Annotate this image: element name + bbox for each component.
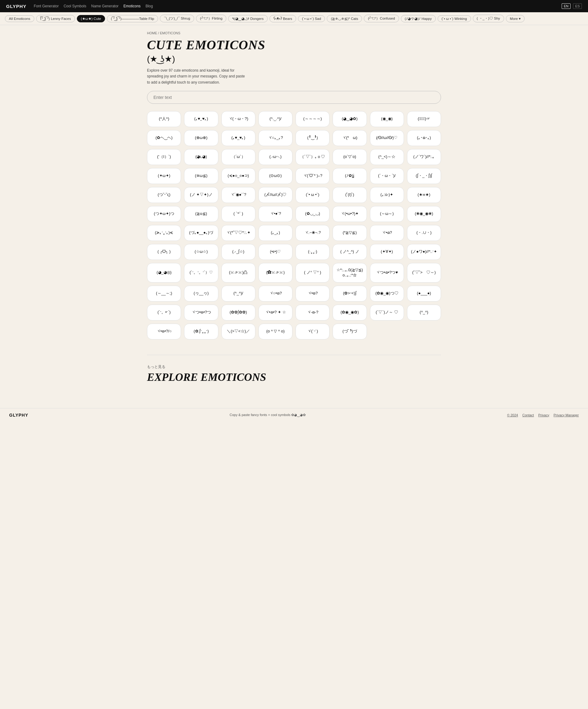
emoticon-card[interactable]: (つ✦ω✦)つ bbox=[147, 206, 181, 222]
emoticon-card[interactable]: ( ╭ᗜ╮ ) bbox=[147, 244, 181, 260]
emoticon-card[interactable]: (≽｡ˑ˳ˑ｡)≼ bbox=[147, 225, 181, 241]
emoticon-card[interactable]: (⊕ω⊕) bbox=[184, 130, 218, 146]
emoticon-card[interactable]: (^_<)～☆ bbox=[370, 149, 404, 165]
search-input[interactable] bbox=[147, 91, 441, 104]
cat-flirting[interactable]: (╯°□°）Flirting bbox=[196, 15, 226, 22]
emoticon-card[interactable]: (❀◉_◉❀) bbox=[407, 206, 441, 222]
emoticon-card[interactable]: (✿✿ʃ✿✿) bbox=[222, 305, 255, 320]
emoticon-card[interactable]: ヾ•●ˋ? bbox=[258, 206, 292, 222]
emoticon-card[interactable]: (✿◉_◉)つ♡ bbox=[370, 286, 404, 301]
emoticon-card[interactable]: ( ̄(I) ̄) bbox=[333, 187, 366, 203]
emoticon-card[interactable]: (ノ ✦▽✦)ノ bbox=[184, 187, 218, 203]
emoticon-card[interactable]: (*≧▽≦) bbox=[333, 225, 366, 241]
emoticon-card[interactable]: ヾ○｡_｡? bbox=[258, 130, 292, 146]
emoticon-card[interactable]: (·˳˳·) bbox=[296, 244, 330, 260]
lang-en[interactable]: EN bbox=[562, 3, 570, 9]
emoticon-card[interactable]: (ꈍꈂꈍ)凸 bbox=[222, 263, 255, 283]
emoticon-card[interactable]: (`▽`)ノ～ ♡ bbox=[370, 305, 404, 320]
emoticon-card[interactable]: (╹‿╹) bbox=[296, 130, 330, 146]
cat-more[interactable]: More ▾ bbox=[506, 15, 525, 22]
footer-privacy-manager[interactable]: Privacy Manager bbox=[554, 413, 579, 417]
footer-contact[interactable]: Contact bbox=[522, 413, 534, 417]
emoticon-card[interactable]: (`ˑ。•ˑ`) bbox=[147, 305, 181, 320]
emoticon-card[interactable]: (✦∀✦) bbox=[370, 244, 404, 260]
emoticon-card[interactable]: ヾつ•ɷ•?つ♥ bbox=[370, 263, 404, 283]
emoticon-card[interactable]: (^_^) bbox=[407, 305, 441, 320]
emoticon-card[interactable]: （´▽`）｡ｏ♡ bbox=[296, 149, 330, 165]
emoticon-card[interactable]: ヾ.~❀~.? bbox=[296, 225, 330, 241]
cat-cats[interactable]: (≧✯◡✯≦)* Cats bbox=[327, 15, 362, 22]
cat-winking[interactable]: (´• ω •`) Winking bbox=[438, 15, 471, 22]
emoticon-card[interactable]: (^人^) bbox=[147, 111, 181, 127]
emoticon-card[interactable]: ＼(>▽<☆)／ bbox=[222, 323, 255, 340]
emoticon-card[interactable]: ヾつ•ɷ•?つ bbox=[184, 305, 218, 320]
emoticon-card[interactable]: (`ˑ。ˑ。ˑ`）♡ bbox=[184, 263, 218, 283]
emoticon-card[interactable]: (☞ﾟヮﾟ)☞ bbox=[407, 111, 441, 127]
emoticon-card[interactable]: (｡_｡) bbox=[258, 225, 292, 241]
nav-blog[interactable]: Blog bbox=[146, 4, 153, 8]
emoticon-card[interactable]: (˘▽˘>ゝ♡～) bbox=[407, 263, 441, 283]
emoticon-card[interactable]: (｡:ú-)✦ bbox=[370, 187, 404, 203]
nav-name-generator[interactable]: Name Generator bbox=[91, 4, 119, 8]
cat-tableflip[interactable]: ( ͡° ͜ʖ ͡°)—————Table Flip bbox=[107, 15, 158, 22]
emoticon-card[interactable]: (ノ´ワ`)//*:.｡ bbox=[407, 149, 441, 165]
emoticon-card[interactable]: ( ノ° ▽° ) bbox=[296, 263, 330, 283]
emoticon-card[interactable]: (◕ʟ◕) bbox=[184, 149, 218, 165]
emoticon-card[interactable]: (☆ω☆) bbox=[184, 244, 218, 260]
emoticon-card[interactable]: (^._.^)/ bbox=[258, 111, 292, 127]
emoticon-card[interactable]: ( ノ^_^) ノ bbox=[333, 244, 366, 260]
nav-logo[interactable]: GLYPHY bbox=[6, 4, 26, 9]
emoticon-card[interactable]: (✿◉_◉✿) bbox=[333, 305, 366, 320]
emoticon-card[interactable]: (.-ωᵕ-.) bbox=[258, 149, 292, 165]
nav-font-generator[interactable]: Font Generator bbox=[34, 4, 58, 8]
lang-es[interactable]: ES bbox=[573, 3, 582, 9]
cat-happy[interactable]: (ﾉ◕ヮ◕)ﾉ Happy bbox=[401, 15, 436, 22]
emoticon-card[interactable]: (◉_◉) bbox=[370, 111, 404, 127]
emoticon-card[interactable]: ヾ(•ω•?)✦ bbox=[333, 206, 366, 222]
emoticon-card[interactable]: (•ε•)♡ bbox=[258, 244, 292, 260]
emoticon-card[interactable]: ヾ-ɷ-? bbox=[296, 305, 330, 320]
emoticon-card[interactable]: ('（I）`) bbox=[147, 149, 181, 165]
emoticon-card[interactable]: (◕_◕◎) bbox=[147, 263, 181, 283]
cat-shrug[interactable]: ¯\_(ツ)_/¯ Shrug bbox=[160, 15, 194, 22]
emoticon-card[interactable]: ヾ•ɷ•?/○ bbox=[147, 323, 181, 340]
emoticon-card[interactable]: (≧ʋ≦) bbox=[184, 206, 218, 222]
emoticon-card[interactable]: ヾ(ˊᗜˋ* )₊? bbox=[296, 168, 330, 184]
emoticon-card[interactable]: (✿ヘ‿ヘ) bbox=[147, 130, 181, 146]
cat-cute[interactable]: (★ω★) Cute bbox=[77, 15, 105, 22]
cat-all[interactable]: All Emoticons bbox=[5, 15, 34, 22]
emoticon-card[interactable]: (^_^)/ bbox=[222, 286, 255, 301]
cat-sad[interactable]: (´• ω •`) Sad bbox=[298, 15, 325, 22]
emoticon-card[interactable]: (≼●⌾_⌾●⊃) bbox=[222, 168, 255, 184]
cat-dongers[interactable]: ٩(◕‿◕｡)۶ Dongers bbox=[228, 15, 267, 22]
emoticon-card[interactable]: (～～～～) bbox=[296, 111, 330, 127]
emoticon-card[interactable]: (｡♥_♥｡) bbox=[222, 130, 255, 146]
nav-emoticons[interactable]: Emoticons bbox=[123, 4, 140, 8]
nav-cool-symbols[interactable]: Cool Symbols bbox=[64, 4, 86, 8]
emoticon-card[interactable]: (★ʜ★) bbox=[407, 187, 441, 203]
emoticon-card[interactable]: (～__～;) bbox=[147, 286, 181, 301]
emoticon-card[interactable]: (o´▽`o) bbox=[333, 149, 366, 165]
emoticon-card[interactable]: (✿◡_◡) bbox=[296, 206, 330, 222]
emoticon-card[interactable]: (ノ●ワ●)//*:.ˑ✦ bbox=[407, 244, 441, 260]
emoticon-card[interactable]: (づ｡●__●｡)づ bbox=[184, 225, 218, 241]
cat-confused[interactable]: (╯°□°）Confused bbox=[364, 15, 399, 22]
cat-lenny[interactable]: (͡° ͜ʖ ͡°) Lenny Faces bbox=[36, 15, 75, 22]
emoticon-card[interactable]: ヾ´◉●ˋ`? bbox=[222, 187, 255, 203]
emoticon-card[interactable]: (●___●) bbox=[407, 286, 441, 301]
emoticon-card[interactable]: (.-ˬʃ☆) bbox=[222, 244, 255, 260]
emoticon-card[interactable]: (✦ω✦) bbox=[147, 168, 181, 184]
emoticon-card[interactable]: (o ^ ▽ ^ o) bbox=[258, 323, 292, 340]
emoticon-card[interactable]: (ʃ・_・ʃ)ʃ bbox=[407, 168, 441, 184]
emoticon-card[interactable]: (✿>ᵕ<)ʃ bbox=[333, 286, 366, 301]
emoticon-card[interactable]: (✿.ʃˑ˳˳ˑ) bbox=[184, 323, 218, 340]
emoticon-card[interactable]: （´ω`） bbox=[222, 149, 255, 165]
emoticon-card[interactable]: ヾ○•ɷ? bbox=[258, 286, 292, 301]
emoticon-card[interactable]: (つ˘ᵕ˘ς) bbox=[147, 187, 181, 203]
emoticon-card[interactable]: ( `ʷ` ) bbox=[222, 206, 255, 222]
emoticon-card[interactable]: ヾ(*ゝω) bbox=[333, 130, 366, 146]
emoticon-card[interactable]: (`・ω・`)/ bbox=[370, 168, 404, 184]
emoticon-card[interactable]: (〆//ω//〆)♡ bbox=[258, 187, 292, 203]
emoticon-card[interactable]: (≅ω≦) bbox=[184, 168, 218, 184]
emoticon-card[interactable]: (⁄ʘ//ω//ʘ⁄)♡ bbox=[370, 130, 404, 146]
